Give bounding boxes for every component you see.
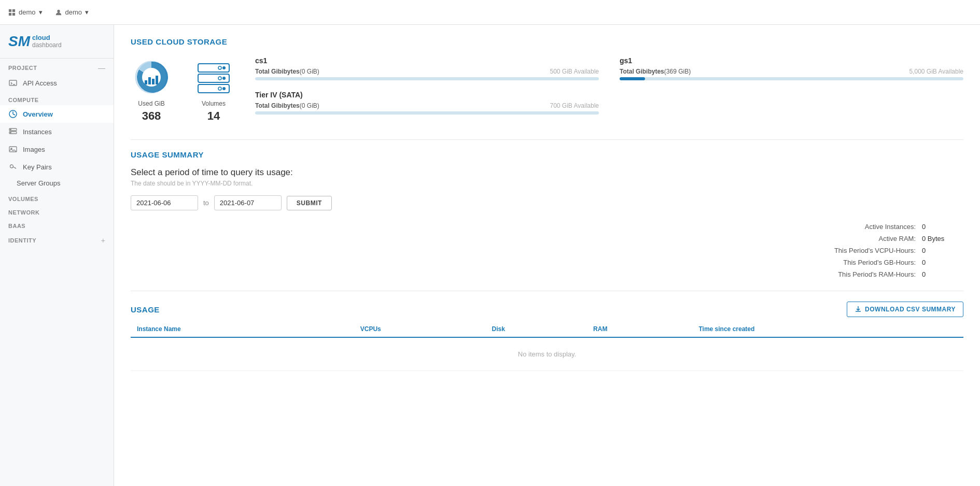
usage-stats: Active Instances: 0 Active RAM: 0 Bytes … <box>131 221 963 280</box>
used-gib-label: Used GiB <box>138 100 164 107</box>
submit-button[interactable]: SUBMIT <box>287 196 332 210</box>
stat-row-vcpu-hours: This Period's VCPU-Hours: 0 <box>131 245 963 256</box>
sidebar: SM cloud dashboard PROJECT — API Access … <box>0 25 114 486</box>
svg-rect-18 <box>152 79 155 84</box>
tier4-title: Tier IV (SATA) <box>255 91 599 99</box>
stat-val-active-ram: 0 Bytes <box>922 235 963 242</box>
identity-plus-icon[interactable]: + <box>101 236 105 245</box>
gs1-available: 5,000 GiB Available <box>909 68 963 75</box>
stat-val-active-instances: 0 <box>922 223 963 231</box>
stat-val-gb-hours: 0 <box>922 259 963 266</box>
svg-point-21 <box>222 66 226 69</box>
network-section-header: NETWORK <box>0 204 114 218</box>
sidebar-item-api-label: API Access <box>23 79 57 87</box>
volumes-label: Volumes <box>202 100 226 107</box>
project-section-header: PROJECT — <box>0 59 114 74</box>
svg-point-22 <box>218 66 221 69</box>
compute-section-label: COMPUTE <box>8 97 39 103</box>
identity-section-header: IDENTITY + <box>0 231 114 247</box>
svg-rect-1 <box>12 9 15 11</box>
storage-group-cs1: cs1 Total Gibibytes(0 GiB) 500 GiB Avail… <box>255 56 599 80</box>
usage-summary-section-title: USAGE SUMMARY <box>131 150 963 159</box>
svg-rect-3 <box>12 12 15 15</box>
period-hint: The date should be in YYYY-MM-DD format. <box>131 180 963 187</box>
key-icon <box>8 162 18 171</box>
download-csv-label: DOWNLOAD CSV SUMMARY <box>865 306 956 313</box>
cs1-title: cs1 <box>255 56 599 65</box>
col-time: Time since created <box>692 321 963 337</box>
table-empty-row: No items to display. <box>131 337 963 371</box>
pie-chart-icon <box>131 56 172 98</box>
gs1-bar-fill <box>620 77 645 80</box>
stat-key-vcpu-hours: This Period's VCPU-Hours: <box>834 247 922 254</box>
svg-point-9 <box>10 129 11 130</box>
project-dropdown-arrow: ▾ <box>39 8 43 16</box>
col-vcpus: VCPUs <box>354 321 486 337</box>
no-items-message: No items to display. <box>131 337 963 371</box>
svg-point-27 <box>222 87 226 90</box>
date-from-input[interactable] <box>131 195 198 210</box>
instances-icon <box>8 127 18 136</box>
svg-rect-2 <box>9 12 11 15</box>
col-instance-name: Instance Name <box>131 321 354 337</box>
col-ram: RAM <box>587 321 692 337</box>
period-label: Select a period of time to query its usa… <box>131 167 963 178</box>
sidebar-item-images[interactable]: Images <box>0 140 114 158</box>
user-dropdown-arrow: ▾ <box>85 8 89 16</box>
network-section-label: NETWORK <box>8 209 39 216</box>
storage-group-gs1: gs1 Total Gibibytes(369 GiB) 5,000 GiB A… <box>620 56 963 80</box>
col-disk: Disk <box>485 321 587 337</box>
usage-table-header: USAGE DOWNLOAD CSV SUMMARY <box>131 302 963 317</box>
stat-row-ram-hours: This Period's RAM-Hours: 0 <box>131 268 963 280</box>
baas-section-label: BAAS <box>8 223 25 229</box>
cs1-available: 500 GiB Available <box>550 68 599 75</box>
stat-key-gb-hours: This Period's GB-Hours: <box>843 259 922 266</box>
user-selector[interactable]: demo ▾ <box>55 8 89 16</box>
sidebar-item-key-pairs[interactable]: Key Pairs <box>0 158 114 176</box>
sidebar-item-images-label: Images <box>23 146 45 153</box>
sidebar-item-key-pairs-label: Key Pairs <box>23 163 52 171</box>
sidebar-item-api-access[interactable]: API Access <box>0 74 114 92</box>
overview-icon <box>8 109 18 119</box>
stat-key-ram-hours: This Period's RAM-Hours: <box>838 270 922 278</box>
svg-point-25 <box>218 77 221 80</box>
svg-rect-16 <box>145 80 147 84</box>
download-csv-button[interactable]: DOWNLOAD CSV SUMMARY <box>847 302 963 317</box>
logo-cloud: cloud <box>32 34 62 41</box>
usage-section-title: USAGE <box>131 305 160 314</box>
user-icon <box>55 9 62 16</box>
project-collapse-icon[interactable]: — <box>98 64 105 72</box>
to-label: to <box>203 199 209 207</box>
grid-icon <box>8 9 16 16</box>
sidebar-item-server-groups[interactable]: Server Groups <box>0 176 114 191</box>
volumes-value: 14 <box>207 109 220 123</box>
stat-row-active-ram: Active RAM: 0 Bytes <box>131 233 963 245</box>
svg-rect-0 <box>9 9 11 11</box>
logo-sm: SM <box>8 33 30 50</box>
storage-bars: cs1 Total Gibibytes(0 GiB) 500 GiB Avail… <box>255 56 963 115</box>
svg-point-28 <box>218 87 221 90</box>
svg-rect-19 <box>156 76 158 84</box>
baas-section-header: BAAS <box>0 218 114 231</box>
volumes-section-label: VOLUMES <box>8 196 38 202</box>
sidebar-item-overview[interactable]: Overview <box>0 105 114 123</box>
svg-point-10 <box>10 132 11 133</box>
api-icon <box>8 78 18 88</box>
sidebar-item-overview-label: Overview <box>23 110 53 118</box>
logo-dashboard: dashboard <box>32 42 62 49</box>
stat-key-active-ram: Active RAM: <box>878 235 922 242</box>
volumes-card: Volumes 14 <box>193 56 234 123</box>
sidebar-item-instances[interactable]: Instances <box>0 123 114 140</box>
project-section-label: PROJECT <box>8 65 37 71</box>
project-selector[interactable]: demo ▾ <box>8 8 43 16</box>
stat-key-active-instances: Active Instances: <box>865 223 922 231</box>
logo: SM cloud dashboard <box>0 25 114 59</box>
sidebar-item-server-groups-label: Server Groups <box>17 179 61 187</box>
divider-1 <box>131 139 963 140</box>
gs1-bar-track <box>620 77 963 80</box>
volumes-section-header: VOLUMES <box>0 191 114 204</box>
date-to-input[interactable] <box>214 195 282 210</box>
cs1-bar-track <box>255 77 599 80</box>
storage-summary-row: Used GiB 368 Volumes 14 <box>131 56 963 123</box>
topbar: demo ▾ demo ▾ <box>0 0 980 25</box>
